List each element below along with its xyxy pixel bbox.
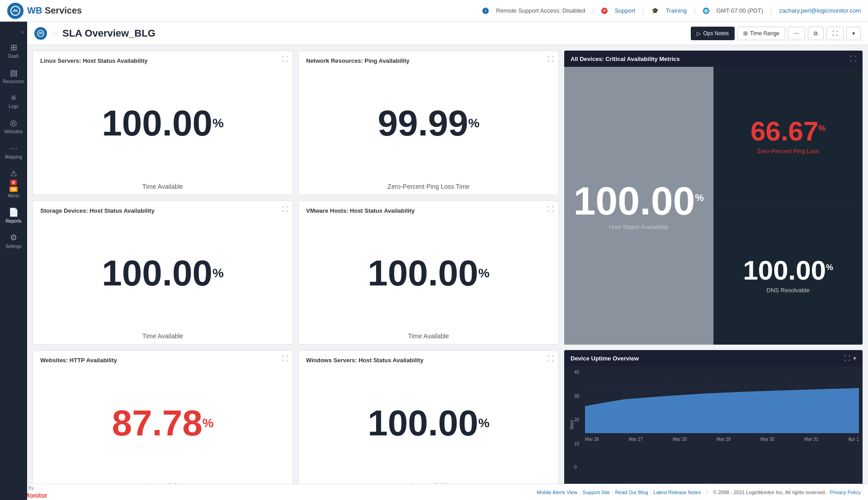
critical-header: All Devices: Critical Availability Metri… <box>564 51 863 67</box>
topbar: WB Services i Remote Support Access: Dis… <box>0 0 868 22</box>
expand-icon-network[interactable]: ⛶ <box>547 56 554 63</box>
widget-linux-label: Time Available <box>40 183 285 190</box>
x-mar27: Mar 27 <box>629 437 643 442</box>
uptime-expand-icon[interactable]: ⛶ <box>844 355 850 362</box>
websites-icon: ◎ <box>10 118 17 128</box>
sidebar-item-logs[interactable]: ≡ Logs <box>0 89 27 113</box>
y-0: 0 <box>574 465 583 470</box>
sidebar-item-websites[interactable]: ◎ Websites <box>0 113 27 139</box>
sidebar-logs-label: Logs <box>9 104 19 109</box>
widget-storage-label: Time Available <box>40 332 285 340</box>
uptime-chart-svg <box>585 370 859 433</box>
uptime-collapse-icon[interactable]: ▾ <box>853 355 856 362</box>
expand-icon-linux[interactable]: ⛶ <box>282 56 288 63</box>
footer: Powered By LogicMonitor Mobile Alerts Vi… <box>0 484 868 500</box>
critical-dns-label: DNS Resolvable <box>767 287 810 294</box>
chart-container: days 0 10 20 30 40 <box>568 370 859 491</box>
footer-links-section: Mobile Alerts View - Support Site - Read… <box>537 490 861 495</box>
widget-windows-value: 100.00% <box>306 365 551 481</box>
critical-cell-dns: 100.00% DNS Resolvable <box>714 206 863 345</box>
release-notes-link[interactable]: Latest Release Notes <box>653 490 701 495</box>
widget-websites-value: 87.78% <box>40 365 285 481</box>
widget-storage-title: Storage Devices: Host Status Availabilit… <box>40 207 285 214</box>
widget-network-label: Zero-Percent Ping Loss Time <box>306 183 551 190</box>
widget-websites: Websites: HTTP Availability ⛶ 87.78% Tim… <box>33 350 293 495</box>
expand-icon[interactable]: › <box>21 28 24 35</box>
expand-icon-vmware[interactable]: ⛶ <box>547 206 554 213</box>
globe-icon: 🌐 <box>703 8 709 14</box>
sidebar-item-alerts[interactable]: ⚠ 8 30 Alerts <box>0 164 27 203</box>
favorite-star[interactable]: ☆ <box>52 29 58 37</box>
training-icon: 🎓 <box>651 7 659 14</box>
widget-windows-title: Windows Servers: Host Status Availabilit… <box>306 357 551 364</box>
privacy-policy-link[interactable]: Privacy Policy <box>830 490 861 495</box>
ops-notes-button[interactable]: ▷ Ops Notes <box>691 27 735 40</box>
y-axis-values: 0 10 20 30 40 <box>574 370 583 470</box>
chart-area: Mar 26 Mar 27 Mar 28 Mar 29 Mar 30 Mar 3… <box>585 370 859 479</box>
topbar-right: i Remote Support Access: Disabled | ✕ Su… <box>482 7 861 14</box>
main-area: ☆ SLA Overview_BLG ▷ Ops Notes ⊞ Time Ra… <box>27 22 868 500</box>
critical-expand-icon[interactable]: ⛶ <box>850 55 856 62</box>
critical-host-value: 100.00% <box>573 181 704 221</box>
y-40: 40 <box>574 370 583 375</box>
timezone-text: GMT-07:00 (PDT) <box>717 7 763 14</box>
critical-ping-value: 66.67% <box>750 118 826 145</box>
sidebar-item-reports[interactable]: 📄 Reports <box>0 203 27 228</box>
more-button[interactable]: ▾ <box>846 27 861 40</box>
sidebar-item-settings[interactable]: ⚙ Settings <box>0 228 27 253</box>
critical-ping-label: Zero-Percent Ping Loss <box>757 148 819 154</box>
x-mar29: Mar 29 <box>717 437 731 442</box>
widget-vmware-title: VMware Hosts: Host Status Availability <box>306 207 551 214</box>
expand-button[interactable]: ⛶ <box>826 27 844 40</box>
expand-icon-windows[interactable]: ⛶ <box>547 355 554 362</box>
sidebar-settings-label: Settings <box>5 244 22 249</box>
widget-network-title: Network Resources: Ping Availability <box>306 57 551 64</box>
remote-support-text: Remote Support Access: Disabled <box>496 7 585 14</box>
sidebar: › ⊞ Dash ▤ Resources ≡ Logs ◎ Websites ⋯… <box>0 22 27 500</box>
logo-text: WB Services <box>27 5 82 16</box>
mobile-alerts-link[interactable]: Mobile Alerts View <box>537 490 577 495</box>
critical-title: All Devices: Critical Availability Metri… <box>571 56 680 62</box>
widget-storage-devices: Storage Devices: Host Status Availabilit… <box>33 201 293 345</box>
sidebar-item-dash[interactable]: ⊞ Dash <box>0 38 27 63</box>
sidebar-reports-label: Reports <box>5 219 21 224</box>
dashboard-grid: Linux Servers: Host Status Availability … <box>27 45 868 500</box>
widget-windows-servers: Windows Servers: Host Status Availabilit… <box>298 350 559 495</box>
dash-icon: ⊞ <box>10 42 17 52</box>
mapping-icon: ⋯ <box>9 143 18 153</box>
logo-icon <box>7 3 24 19</box>
ops-notes-icon: ▷ <box>697 30 701 37</box>
time-range-label: Time Range <box>750 30 779 37</box>
uptime-title: Device Uptime Overview <box>571 355 639 362</box>
info-icon: i <box>482 8 489 14</box>
y-10: 10 <box>574 441 583 446</box>
y-30: 30 <box>574 394 583 399</box>
sidebar-item-resources[interactable]: ▤ Resources <box>0 63 27 89</box>
sidebar-expand-control[interactable]: › <box>0 25 27 38</box>
x-mar30: Mar 30 <box>760 437 774 442</box>
copy-button[interactable]: ⧉ <box>808 27 824 40</box>
expand-icon-storage[interactable]: ⛶ <box>282 206 288 213</box>
user-email[interactable]: zachary.perl@logicmonitor.com <box>779 7 861 14</box>
time-range-button[interactable]: ⊞ Time Range <box>737 27 785 40</box>
copyright-text: © 2008 - 2021 LogicMonitor Inc. All righ… <box>713 490 826 495</box>
support-site-link[interactable]: Support Site <box>583 490 610 495</box>
training-link[interactable]: Training <box>666 7 687 14</box>
alerts-badge-red: 8 <box>10 180 16 185</box>
dashboard-title: SLA Overview_BLG <box>62 28 686 39</box>
svg-marker-13 <box>585 388 859 433</box>
widget-network-resources: Network Resources: Ping Availability ⛶ 9… <box>298 51 559 195</box>
y-20: 20 <box>574 417 583 422</box>
blog-link[interactable]: Read Our Blog <box>615 490 648 495</box>
widget-storage-value: 100.00% <box>40 216 285 331</box>
critical-cell-ping: 66.67% Zero-Percent Ping Loss <box>714 67 863 206</box>
topbar-left: WB Services <box>7 3 82 19</box>
grid-button[interactable]: ⋯ <box>788 27 805 40</box>
widget-linux-value: 100.00% <box>40 66 285 181</box>
x-mar26: Mar 26 <box>585 437 599 442</box>
critical-cell-host-status: 100.00% Host Status Availability <box>564 67 713 345</box>
widget-critical-availability: All Devices: Critical Availability Metri… <box>564 51 863 345</box>
sidebar-item-mapping[interactable]: ⋯ Mapping <box>0 139 27 164</box>
support-link[interactable]: Support <box>615 7 636 14</box>
expand-icon-websites[interactable]: ⛶ <box>282 355 288 362</box>
